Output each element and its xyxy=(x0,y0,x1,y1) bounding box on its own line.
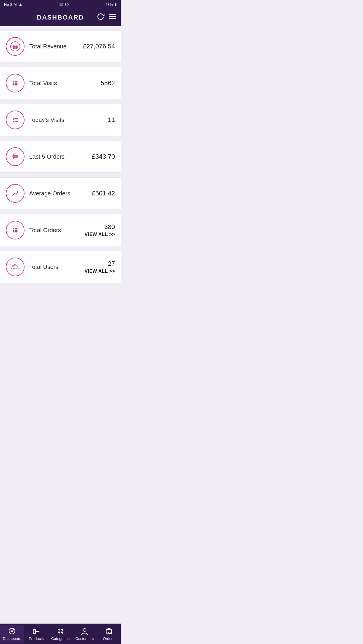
svg-rect-29 xyxy=(13,228,14,229)
carrier-text: No SIM xyxy=(4,2,17,7)
stat-left: Today's Visits xyxy=(6,111,64,129)
svg-rect-16 xyxy=(13,84,14,85)
svg-rect-11 xyxy=(15,81,16,82)
stat-card-average-orders[interactable]: Average Orders £501.42 xyxy=(0,177,121,209)
last-5-orders-value: £343.70 xyxy=(92,153,115,160)
svg-rect-31 xyxy=(16,228,17,229)
total-orders-icon xyxy=(6,221,25,239)
total-users-view-all[interactable]: VIEW ALL >> xyxy=(85,269,115,274)
status-left: No SIM ▲ xyxy=(4,2,22,7)
stat-left: Last 5 Orders xyxy=(6,147,64,166)
average-orders-value: £501.42 xyxy=(92,190,115,197)
status-bar: No SIM ▲ 15:30 43% ▮ xyxy=(0,0,121,9)
total-users-label: Total Users xyxy=(29,264,58,270)
svg-point-40 xyxy=(17,265,18,266)
svg-rect-27 xyxy=(13,154,17,156)
separator-5 xyxy=(0,211,121,213)
stat-card-total-users[interactable]: Total Users 27 VIEW ALL >> xyxy=(0,251,121,283)
total-users-value: 27 xyxy=(108,260,115,267)
stat-card-total-revenue[interactable]: £ Total Revenue £27,076.54 xyxy=(0,30,121,62)
svg-rect-33 xyxy=(15,230,16,231)
svg-rect-12 xyxy=(16,81,17,82)
total-revenue-label: Total Revenue xyxy=(29,43,67,50)
svg-rect-30 xyxy=(15,228,16,229)
stat-card-total-visits[interactable]: Total Visits 5562 xyxy=(0,67,121,99)
last-5-orders-label: Last 5 Orders xyxy=(29,153,64,160)
total-orders-value-block: 380 VIEW ALL >> xyxy=(85,223,115,237)
svg-rect-18 xyxy=(16,84,17,85)
separator-6 xyxy=(0,247,121,250)
svg-point-39 xyxy=(12,265,14,266)
todays-visits-label: Today's Visits xyxy=(29,117,64,123)
stat-left: Total Users xyxy=(6,258,58,276)
svg-point-38 xyxy=(14,264,16,266)
visits-icon xyxy=(6,74,25,92)
users-icon xyxy=(6,258,25,276)
total-users-value-block: 27 VIEW ALL >> xyxy=(85,260,115,274)
separator-1 xyxy=(0,64,121,66)
header-actions xyxy=(97,13,117,22)
separator-3 xyxy=(0,137,121,139)
svg-rect-14 xyxy=(15,83,16,84)
todays-visits-value: 11 xyxy=(108,116,115,124)
svg-rect-32 xyxy=(13,230,14,231)
total-orders-view-all[interactable]: VIEW ALL >> xyxy=(85,232,115,237)
average-icon xyxy=(6,184,25,203)
svg-rect-17 xyxy=(15,84,16,85)
svg-text:£: £ xyxy=(14,45,15,47)
total-visits-label: Total Visits xyxy=(29,80,57,87)
stat-left: Average Orders xyxy=(6,184,70,203)
svg-rect-19 xyxy=(13,118,14,119)
svg-rect-35 xyxy=(13,231,14,232)
svg-rect-34 xyxy=(16,230,17,231)
today-visits-icon xyxy=(6,111,25,129)
wifi-icon: ▲ xyxy=(18,2,22,7)
stat-card-total-orders[interactable]: Total Orders 380 VIEW ALL >> xyxy=(0,214,121,246)
time-display: 15:30 xyxy=(59,2,69,7)
total-orders-label: Total Orders xyxy=(29,227,61,234)
separator-2 xyxy=(0,100,121,103)
svg-rect-36 xyxy=(15,231,16,232)
stat-card-last-5-orders[interactable]: Last 5 Orders £343.70 xyxy=(0,141,121,173)
average-orders-label: Average Orders xyxy=(29,190,70,197)
total-orders-value: 380 xyxy=(104,223,115,231)
refresh-button[interactable] xyxy=(97,13,104,22)
battery-icon: ▮ xyxy=(115,2,117,6)
main-content: £ Total Revenue £27,076.54 xyxy=(0,26,121,304)
svg-rect-21 xyxy=(13,119,14,120)
stat-card-todays-visits[interactable]: Today's Visits 11 xyxy=(0,104,121,136)
revenue-icon: £ xyxy=(6,37,25,56)
stat-left: Total Orders xyxy=(6,221,61,239)
menu-button[interactable] xyxy=(109,13,117,22)
svg-rect-23 xyxy=(13,121,14,122)
app-header: DASHBOARD xyxy=(0,9,121,26)
total-revenue-value: £27,076.54 xyxy=(83,43,115,50)
separator-4 xyxy=(0,174,121,176)
battery-text: 43% xyxy=(105,2,113,7)
stat-left: £ Total Revenue xyxy=(6,37,67,56)
page-title: DASHBOARD xyxy=(37,14,84,21)
svg-rect-15 xyxy=(16,83,17,84)
total-visits-value: 5562 xyxy=(101,79,115,87)
svg-rect-37 xyxy=(16,231,17,232)
status-right: 43% ▮ xyxy=(105,2,117,7)
svg-rect-10 xyxy=(13,81,14,82)
stat-left: Total Visits xyxy=(6,74,57,92)
svg-rect-13 xyxy=(13,83,14,84)
orders-stack-icon xyxy=(6,147,25,166)
